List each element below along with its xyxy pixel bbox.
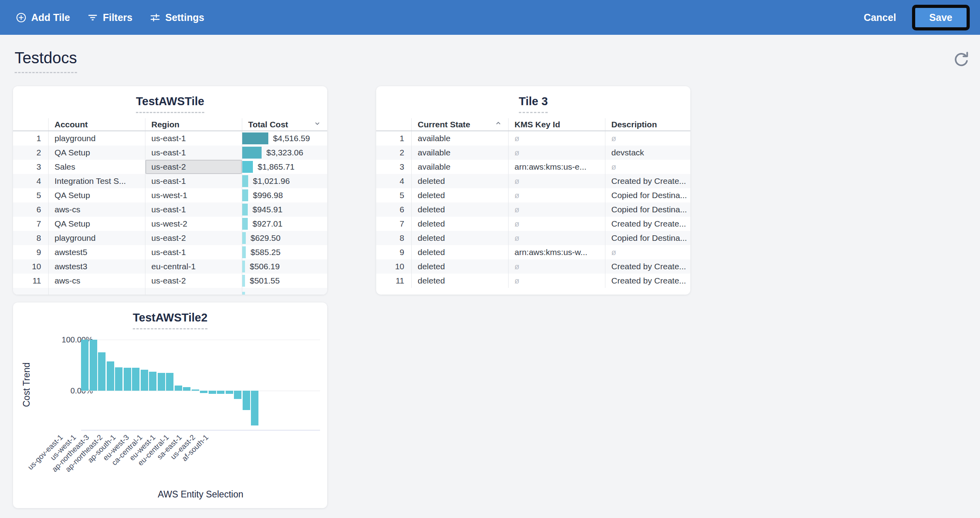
cost-bar xyxy=(242,175,248,187)
cost-bar xyxy=(242,218,248,230)
cell-current-state[interactable]: deleted xyxy=(411,245,508,259)
cell-kms-key-id[interactable]: ø xyxy=(508,217,605,231)
cell-description[interactable]: Created by Create... xyxy=(605,274,690,288)
cell-region[interactable]: eu-central-1 xyxy=(145,259,242,274)
cell-account[interactable]: QA Setup xyxy=(48,217,145,231)
cell-total-cost[interactable]: $996.98 xyxy=(242,188,327,202)
cell-description[interactable]: Created by Create... xyxy=(605,259,690,274)
cell-region[interactable]: us-west-2 xyxy=(145,217,242,231)
cell-current-state[interactable]: deleted xyxy=(411,274,508,288)
table-row: 2QA Setupus-east-1$3,323.06 xyxy=(13,146,327,160)
settings-button[interactable]: Settings xyxy=(150,12,204,23)
cell-total-cost[interactable]: $4,516.59 xyxy=(242,131,327,146)
tile-testawstile: TestAWSTile Account Region Total Cost 1p… xyxy=(13,86,327,295)
cell-region[interactable]: us-east-2 xyxy=(145,231,242,245)
cell-account[interactable]: QA Setup xyxy=(48,188,145,202)
save-button[interactable]: Save xyxy=(912,5,970,30)
cell-current-state[interactable]: deleted xyxy=(411,188,508,202)
cell-current-state[interactable]: deleted xyxy=(411,174,508,188)
column-header-total-cost[interactable]: Total Cost xyxy=(242,118,327,130)
cell-total-cost[interactable] xyxy=(242,288,327,295)
column-header-kms-key-id[interactable]: KMS Key Id xyxy=(508,118,605,130)
cell-description[interactable]: ø xyxy=(605,245,690,259)
x-axis-title: AWS Entity Selection xyxy=(81,489,320,500)
cell-kms-key-id[interactable]: ø xyxy=(508,274,605,288)
cell-region[interactable]: us-east-2 xyxy=(145,274,242,288)
row-number-cell: 8 xyxy=(13,231,48,245)
cell-region[interactable]: us-east-1 xyxy=(145,146,242,160)
cell-current-state[interactable]: deleted xyxy=(411,202,508,217)
cell-description[interactable]: Copied for Destina... xyxy=(605,188,690,202)
cell-total-cost[interactable]: $585.25 xyxy=(242,245,327,259)
cell-account[interactable]: awstest3 xyxy=(48,259,145,274)
cell-account[interactable]: awstest5 xyxy=(48,245,145,259)
cell-kms-key-id[interactable]: ø xyxy=(508,146,605,160)
cell-description[interactable]: devstack xyxy=(605,146,690,160)
cell-account[interactable]: aws-cs xyxy=(48,202,145,217)
row-number-cell: 8 xyxy=(376,231,411,245)
row-number-cell: 11 xyxy=(13,274,48,288)
cell-region[interactable]: us-east-1 xyxy=(145,202,242,217)
cell-total-cost[interactable]: $629.50 xyxy=(242,231,327,245)
cell-total-cost[interactable]: $3,323.06 xyxy=(242,146,327,160)
cell-region[interactable] xyxy=(145,288,242,295)
table-row: 9awstest5us-east-1$585.25 xyxy=(13,245,327,259)
cell-region[interactable]: us-west-1 xyxy=(145,188,242,202)
cell-current-state[interactable]: available xyxy=(411,146,508,160)
cell-description[interactable]: Copied for Destina... xyxy=(605,231,690,245)
cell-account[interactable]: playground xyxy=(48,131,145,146)
cell-kms-key-id[interactable]: ø xyxy=(508,231,605,245)
cell-kms-key-id[interactable]: ø xyxy=(508,174,605,188)
add-tile-button[interactable]: Add Tile xyxy=(16,12,70,23)
cell-account[interactable]: Integration Test S... xyxy=(48,174,145,188)
refresh-icon[interactable] xyxy=(952,51,971,69)
selected-cell[interactable]: us-east-2 xyxy=(145,160,242,174)
sliders-icon xyxy=(150,12,160,23)
cell-description[interactable]: Created by Create... xyxy=(605,174,690,188)
cell-region[interactable]: us-east-1 xyxy=(145,131,242,146)
cancel-button[interactable]: Cancel xyxy=(864,12,896,23)
cell-description[interactable]: ø xyxy=(605,131,690,146)
cell-account[interactable] xyxy=(48,288,145,295)
cell-description[interactable]: Created by Create... xyxy=(605,217,690,231)
cell-account[interactable]: QA Setup xyxy=(48,146,145,160)
cell-total-cost[interactable]: $1,865.71 xyxy=(242,160,327,174)
cell-total-cost[interactable]: $1,021.96 xyxy=(242,174,327,188)
filters-button[interactable]: Filters xyxy=(87,12,132,23)
cell-current-state[interactable]: available xyxy=(411,160,508,174)
cell-kms-key-id[interactable]: ø xyxy=(508,259,605,274)
cell-kms-key-id[interactable]: ø xyxy=(508,202,605,217)
cell-total-cost[interactable]: $945.91 xyxy=(242,202,327,217)
column-header-region[interactable]: Region xyxy=(145,118,242,130)
tile-tile3: Tile 3 Current State KMS Key Id Descript… xyxy=(376,86,690,295)
cell-kms-key-id[interactable]: ø xyxy=(508,131,605,146)
cell-current-state[interactable]: available xyxy=(411,131,508,146)
row-number-cell: 4 xyxy=(13,174,48,188)
cell-kms-key-id[interactable]: arn:aws:kms:us-e... xyxy=(508,160,605,174)
cell-total-cost[interactable]: $927.01 xyxy=(242,217,327,231)
cell-kms-key-id[interactable]: ø xyxy=(508,188,605,202)
top-toolbar: Add Tile Filters Settings Cancel Save xyxy=(0,0,980,35)
filter-icon xyxy=(87,12,98,23)
cell-account[interactable]: Sales xyxy=(48,160,145,174)
cell-current-state[interactable]: deleted xyxy=(411,259,508,274)
null-marker: ø xyxy=(514,177,519,186)
row-number-cell: 7 xyxy=(376,217,411,231)
column-header-description[interactable]: Description xyxy=(605,118,690,130)
column-header-account[interactable]: Account xyxy=(48,118,145,130)
cell-region[interactable]: us-east-1 xyxy=(145,245,242,259)
cell-description[interactable]: Copied for Destina... xyxy=(605,202,690,217)
cell-current-state[interactable]: deleted xyxy=(411,231,508,245)
cell-description[interactable]: ø xyxy=(605,160,690,174)
cell-kms-key-id[interactable]: arn:aws:kms:us-w... xyxy=(508,245,605,259)
table-row: 7deletedøCreated by Create... xyxy=(376,217,690,231)
cell-account[interactable]: aws-cs xyxy=(48,274,145,288)
cell-total-cost[interactable]: $501.55 xyxy=(242,274,327,288)
cell-account[interactable]: playground xyxy=(48,231,145,245)
cell-total-cost[interactable]: $506.19 xyxy=(242,259,327,274)
cell-current-state[interactable]: deleted xyxy=(411,217,508,231)
column-header-current-state[interactable]: Current State xyxy=(411,118,508,130)
table-row: 1availableøø xyxy=(376,131,690,146)
cell-region[interactable]: us-east-1 xyxy=(145,174,242,188)
cell-region[interactable]: us-east-2 xyxy=(145,160,242,174)
